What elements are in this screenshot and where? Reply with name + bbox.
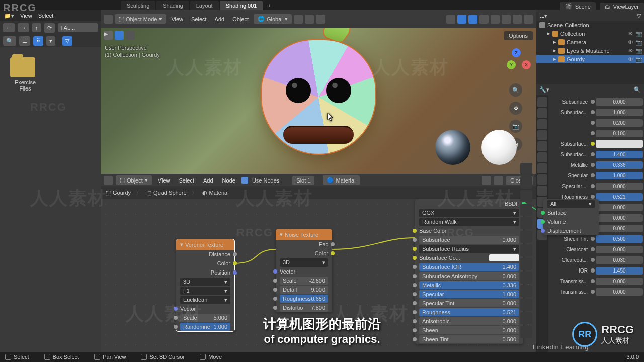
prop-value[interactable]: 0.100 [549,128,643,138]
tool-10-icon[interactable] [520,285,532,297]
scene-selector[interactable]: 🎬Scene [560,2,596,11]
noise-detail[interactable]: Detail9.000 [276,285,332,294]
output-volume[interactable]: Volume [543,217,599,226]
voronoi-scale[interactable]: Scale5.000 [176,313,234,322]
bsdf-base-color[interactable]: Base Color [415,226,523,235]
prop-specular-[interactable]: Specular ...0.000 [549,181,643,191]
axis-z[interactable]: Z [512,48,521,57]
outliner-item-collection[interactable]: ▸ Collection👁📷 [536,29,644,38]
prop-metallic[interactable]: Metallic0.336 [549,160,643,170]
voronoi-out-distance[interactable]: Distance [176,250,234,259]
noise-distort[interactable]: Distortio7.800 [276,303,332,312]
cut-tool-icon[interactable] [520,204,532,216]
tool-11-icon[interactable] [520,299,532,311]
propedit-icon[interactable] [316,15,325,24]
prop-clearcoat-[interactable]: Clearcoat...0.030 [549,255,643,265]
node-material-output[interactable]: All▾ Surface Volume Displacement [543,199,599,235]
display-grid[interactable]: ⠿ [33,36,43,46]
vis-icon[interactable] [446,15,455,24]
node-principled-bsdf[interactable]: BSDF GGX▾ Random Walk▾ Base ColorSubsurf… [415,199,523,344]
prop-subsurfac-[interactable]: Subsurfac...1.000 [549,107,643,117]
prop-sheen-tint[interactable]: Sheen Tint0.500 [549,234,643,244]
xray-icon[interactable] [479,15,489,24]
voronoi-out-color[interactable]: Color [176,259,234,268]
bsdf-subsurface-co-[interactable]: Subsurface Co... [415,253,523,262]
nav-fwd-button[interactable]: → [18,23,29,32]
crumb-material[interactable]: ◐ Material [202,190,229,196]
tool-13-icon[interactable] [520,326,532,338]
arrow-tool-icon[interactable] [520,163,532,175]
bsdf-roughness[interactable]: Roughness0.521 [415,308,523,317]
noise-sel-3d[interactable]: 3D▾ [276,258,332,267]
pivot-icon[interactable] [294,15,303,24]
select-tool-icon[interactable] [520,176,532,189]
shade-solid-icon[interactable] [502,15,511,24]
bsdf-anisotropic[interactable]: Anisotropic0.000 [415,317,523,326]
ptab-world[interactable] [537,141,547,151]
bsdf-sheen[interactable]: Sheen0.000 [415,326,523,335]
folder-exercise-files[interactable]: Exercise Files [10,57,40,92]
search-icon[interactable]: ▽ [637,13,641,19]
voronoi-sel-eucl[interactable]: Euclidean▾ [176,295,234,304]
sort-button[interactable]: ▾ [46,36,55,46]
voronoi-random[interactable]: Randomne1.000 [176,322,234,331]
outliner-item-gourdy[interactable]: ▸ Gourdy👁📷 [536,55,644,63]
prop-ior[interactable]: IOR1.450 [549,265,643,276]
bsdf-subsurface-radius[interactable]: Subsurface Radius▾ [415,244,523,253]
outliner-scene[interactable]: Scene Collection [536,21,644,29]
noise-out-color[interactable]: Color [276,249,332,258]
ne-view[interactable]: View [155,176,173,185]
prop-transmiss-[interactable]: Transmiss...0.000 [549,287,643,297]
nav-up-button[interactable]: ↑ [32,23,41,32]
ptab-scene[interactable] [537,130,547,140]
ptab-render[interactable] [537,97,547,107]
zoom-icon[interactable]: 🔍 [509,83,522,97]
vp-view[interactable]: View [168,15,186,23]
bsdf-subsurface-anisotropy[interactable]: Subsurface Anisotropy0.000 [415,272,523,281]
bsdf-subsurface-ior[interactable]: Subsurface IOR1.400 [415,262,523,272]
outliner-item-eyes-mustache[interactable]: ▸ Eyes & Mustache👁📷 [536,46,644,55]
tool-7-icon[interactable] [520,244,532,256]
tab-layout[interactable]: Layout [190,1,219,11]
3d-viewport[interactable]: ▶ User Perspective (1) Collection | Gour… [101,28,536,174]
use-nodes-checkbox[interactable] [242,177,248,184]
node-noise[interactable]: ▾Noise Texture Fac Color 3D▾ Vector Scal… [276,229,332,312]
ptab-output[interactable] [537,108,547,118]
tool-8-icon[interactable] [520,258,532,270]
bsdf-specular-tint[interactable]: Specular Tint0.000 [415,299,523,308]
bsdf-randomwalk[interactable]: Random Walk▾ [415,217,523,226]
tab-shading[interactable]: Shading [156,1,189,11]
vp-object[interactable]: Object [229,15,252,23]
tool-12-icon[interactable] [520,312,532,324]
noise-vector[interactable]: Vector [276,267,332,276]
prop-subsurfac-[interactable]: Subsurfac...1.400 [549,149,643,159]
filter-button[interactable]: ▽ [62,36,72,46]
select-tool-2[interactable] [126,31,135,40]
snap-icon[interactable] [305,15,314,24]
axis-y[interactable]: Y [507,60,516,69]
ptab-object[interactable] [537,152,547,162]
overlay-gizmo-icon[interactable] [457,15,466,24]
prop-subsurfac-[interactable]: Subsurfac... [549,139,643,149]
ptab-particles[interactable] [537,174,547,185]
tab-add-button[interactable]: + [264,1,275,11]
material-selector[interactable]: 🔵 Material [323,175,359,185]
props-icon[interactable]: 🔧▾ [539,86,549,93]
slot-selector[interactable]: Slot 1 [292,176,314,185]
ne-add[interactable]: Add [200,176,216,185]
shade-wire-icon[interactable] [491,15,500,24]
prop-subsurface[interactable]: Subsurface0.000 [549,97,643,107]
prop-value[interactable]: 0.200 [549,118,643,128]
bsdf-ggx[interactable]: GGX▾ [415,208,523,217]
viewport-options[interactable]: Options [504,31,533,40]
tab-shading001[interactable]: Shading.001 [220,1,263,11]
search-icon[interactable]: 🔍 [634,86,641,93]
ne-select[interactable]: Select [176,176,197,185]
nav-refresh-button[interactable]: ⟳ [44,23,55,33]
fb-view[interactable]: View [20,13,32,19]
orientation-selector[interactable]: 🌐 Global ▾ [254,14,292,24]
editor-type-icon[interactable] [104,15,113,24]
ptab-physics[interactable] [537,186,547,196]
ptab-view[interactable] [537,119,547,129]
viewlayer-selector[interactable]: 🗂ViewLayer [600,3,644,11]
